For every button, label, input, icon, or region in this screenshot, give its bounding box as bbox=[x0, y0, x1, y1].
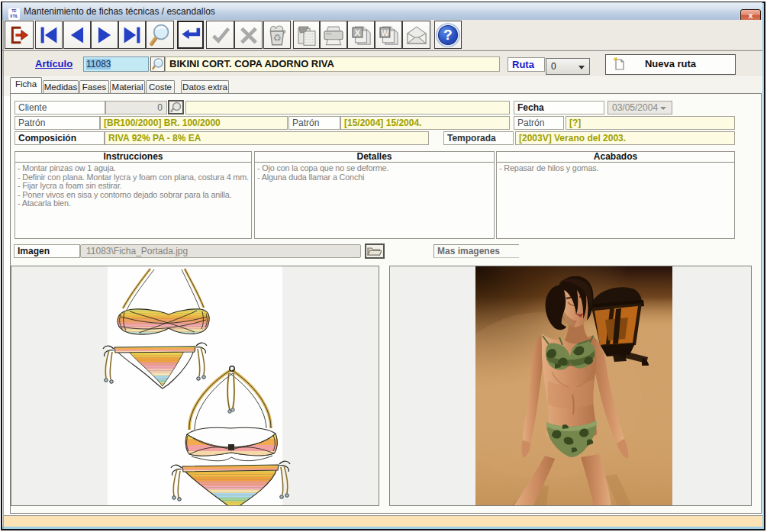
svg-text:♻: ♻ bbox=[272, 32, 281, 43]
svg-text:W: W bbox=[381, 28, 388, 37]
svg-text:X: X bbox=[355, 27, 361, 37]
svg-text:?: ? bbox=[443, 27, 453, 43]
